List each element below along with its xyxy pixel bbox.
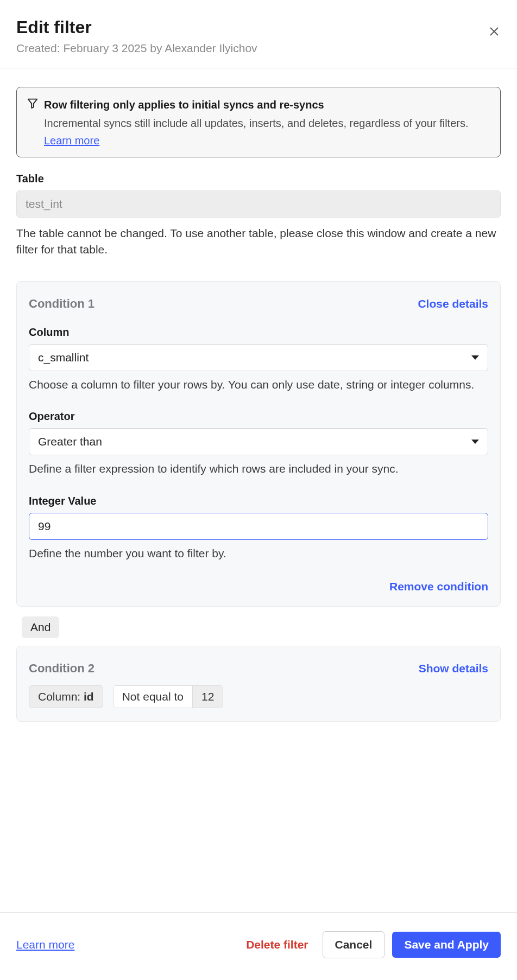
condition-2-card: Condition 2 Show details Column: id Not …: [16, 646, 501, 722]
show-details-link[interactable]: Show details: [419, 662, 488, 675]
close-icon: [488, 25, 501, 38]
filter-icon: [27, 97, 39, 109]
dialog-content: Row filtering only applies to initial sy…: [0, 68, 517, 740]
column-label: Column: [29, 326, 488, 339]
condition-2-value: 12: [193, 686, 223, 708]
dialog-subtitle: Created: February 3 2025 by Alexander Il…: [16, 42, 501, 55]
cancel-button[interactable]: Cancel: [323, 931, 385, 958]
close-button[interactable]: [488, 25, 501, 38]
table-input: test_int: [16, 190, 501, 218]
condition-1-title: Condition 1: [29, 297, 94, 311]
save-and-apply-button[interactable]: Save and Apply: [392, 932, 501, 958]
remove-condition-link[interactable]: Remove condition: [389, 580, 488, 593]
info-banner: Row filtering only applies to initial sy…: [16, 87, 501, 157]
dialog-title: Edit filter: [16, 17, 501, 37]
column-select-value: c_smallint: [38, 351, 89, 364]
condition-2-title: Condition 2: [29, 661, 94, 676]
value-label: Integer Value: [29, 495, 488, 507]
table-label: Table: [16, 173, 501, 185]
operator-select[interactable]: Greater than: [29, 428, 488, 455]
condition-2-operator: Not equal to: [114, 686, 193, 708]
condition-2-operator-value-pill: Not equal to 12: [113, 685, 224, 708]
info-learn-more-link[interactable]: Learn more: [44, 135, 99, 147]
condition-2-summary: Column: id Not equal to 12: [29, 685, 488, 708]
and-joiner-chip: And: [22, 616, 59, 638]
integer-value-input[interactable]: [29, 513, 488, 540]
column-helper-text: Choose a column to filter your rows by. …: [29, 377, 488, 393]
close-details-link[interactable]: Close details: [418, 297, 488, 310]
condition-2-column-label: Column:: [38, 690, 84, 703]
info-description: Incremental syncs still include all upda…: [44, 116, 488, 131]
delete-filter-button[interactable]: Delete filter: [246, 938, 308, 951]
svg-marker-2: [28, 99, 37, 109]
chevron-down-icon: [471, 440, 479, 444]
condition-2-column-pill: Column: id: [29, 685, 103, 708]
operator-helper-text: Define a filter expression to identify w…: [29, 461, 488, 477]
column-select[interactable]: c_smallint: [29, 344, 488, 371]
chevron-down-icon: [471, 355, 479, 360]
condition-2-column-value: id: [84, 690, 94, 703]
condition-1-card: Condition 1 Close details Column c_small…: [16, 281, 501, 607]
dialog-header: Edit filter Created: February 3 2025 by …: [0, 0, 517, 68]
operator-label: Operator: [29, 410, 488, 423]
value-helper-text: Define the number you want to filter by.: [29, 545, 488, 562]
remove-condition-row: Remove condition: [29, 580, 488, 593]
condition-2-header: Condition 2 Show details: [29, 661, 488, 676]
operator-select-value: Greater than: [38, 435, 102, 448]
footer-learn-more-link[interactable]: Learn more: [16, 938, 74, 951]
dialog-footer: Learn more Delete filter Cancel Save and…: [0, 912, 517, 980]
info-title: Row filtering only applies to initial sy…: [44, 97, 488, 112]
condition-1-header: Condition 1 Close details: [29, 297, 488, 311]
table-helper-text: The table cannot be changed. To use anot…: [16, 225, 501, 258]
